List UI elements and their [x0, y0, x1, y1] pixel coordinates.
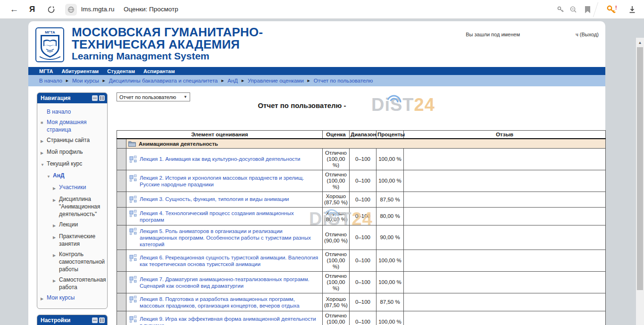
sidebar-item-my-courses[interactable]: ▶ Мои курсы: [41, 292, 105, 304]
collapse-block-icon[interactable]: [92, 95, 98, 101]
sidebar-item-practice[interactable]: ▶ Практические занятия: [53, 231, 105, 249]
grade-item-link[interactable]: Лекция 2. История и хронология массовых …: [140, 174, 319, 188]
sidebar-item-my-profile[interactable]: ▶ Мой профиль: [41, 147, 105, 158]
mgta-logo[interactable]: МГТА: [35, 27, 64, 62]
sidebar: Навигация В начало ■ Моя д: [37, 92, 108, 325]
percent-cell: 100,00 %: [376, 170, 404, 192]
logout-link[interactable]: ч (Выход): [576, 32, 599, 37]
toolbar-divider: [593, 2, 598, 17]
percent-cell: 90,00 %: [376, 225, 404, 250]
refresh-button[interactable]: [44, 0, 58, 19]
nav-item-aspirantam[interactable]: Аспирантам: [143, 68, 175, 74]
percent-cell: 80,00 %: [376, 208, 404, 225]
breadcrumb-user-report[interactable]: Отчет по пользователю: [314, 78, 373, 83]
expanded-icon: ▼: [41, 160, 47, 169]
page-search-icon[interactable]: [567, 0, 579, 19]
site-title-line2: ТЕХНИЧЕСКАЯ АКАДЕМИЯ: [72, 38, 263, 50]
grade-item-link[interactable]: Лекция 1. Анимация как вид культурно-дос…: [140, 155, 300, 162]
sidebar-item-current-course[interactable]: ▼ Текущий курс: [41, 158, 105, 170]
back-button[interactable]: ←: [8, 0, 21, 19]
globe-icon: [67, 6, 75, 13]
site-favicon: [65, 4, 77, 16]
breadcrumb-grade-admin[interactable]: Управление оценками: [248, 78, 304, 83]
report-type-select[interactable]: Отчет по пользователю ▼: [117, 92, 190, 101]
collapsed-icon: ▶: [53, 183, 59, 192]
lesson-icon: [129, 295, 137, 304]
sidebar-item-self-work[interactable]: ▶ Самостоятельная работа: [53, 275, 105, 292]
page-scrollbar[interactable]: ▲ ▼: [636, 38, 644, 325]
sidebar-item-site-pages[interactable]: ▶ Страницы сайта: [41, 135, 105, 147]
folder-icon: [128, 141, 136, 147]
indent-cell: [117, 192, 126, 208]
sidebar-item-and-course[interactable]: ▼ АнД: [47, 170, 105, 182]
grade-item-link[interactable]: Лекция 4. Технологический процесс создан…: [140, 209, 319, 223]
grade-value-cell: Отлично (100,00 %): [323, 250, 350, 272]
navigation-block-body: В начало ■ Моя домашняя страница ▶ Стран…: [37, 103, 107, 308]
grade-value-cell: Отлично (100,00 %): [323, 170, 350, 192]
wifi-arcs-icon: [386, 90, 402, 102]
grade-value-cell: Хорошо (80,00 %): [323, 208, 350, 225]
dock-block-icon[interactable]: [99, 95, 105, 101]
breadcrumb-disciplines[interactable]: Дисциплины бакалавриата и специалитета: [109, 78, 218, 83]
grade-item-link[interactable]: Лекция 8. Подготовка и разработка анимац…: [140, 295, 319, 309]
top-navbar: МГТА Абитуриентам Студентам Аспирантам: [28, 67, 605, 75]
nav-item-abiturientam[interactable]: Абитуриентам: [61, 68, 99, 74]
password-icon[interactable]: [554, 0, 567, 19]
lesson-icon: [129, 209, 137, 218]
feedback-cell: [404, 272, 606, 293]
breadcrumb-separator-icon: ►: [102, 78, 106, 83]
no-icon: [41, 108, 47, 116]
indent-cell: [117, 149, 126, 170]
breadcrumb-home[interactable]: В начало: [39, 78, 62, 83]
scrollbar-thumb[interactable]: [637, 47, 643, 290]
collapsed-icon: ▶: [41, 136, 47, 145]
range-cell: 0–100: [350, 208, 376, 225]
indent-cell: [117, 272, 126, 293]
address-page-title: Оценки: Просмотр: [124, 6, 178, 13]
grade-item-label-cell: Лекция 1. Анимация как вид культурно-дос…: [126, 149, 323, 170]
grade-item-link[interactable]: Лекция 3. Сущность, функция, типология и…: [140, 195, 289, 202]
sidebar-item-participants[interactable]: ▶ Участники: [53, 182, 105, 194]
sidebar-item-my-home[interactable]: ■ Моя домашняя страница: [41, 117, 105, 135]
download-button[interactable]: [626, 0, 639, 19]
scroll-up-icon[interactable]: ▲: [636, 39, 644, 46]
yandex-button[interactable]: Я: [25, 0, 39, 19]
range-cell: 0–100: [350, 250, 376, 272]
password-alert-button[interactable]: !: [605, 0, 619, 19]
sidebar-item-lectures[interactable]: ▶ Лекции: [53, 219, 105, 231]
grade-item-label-cell: Лекция 7. Драматургия анимационно-театра…: [126, 272, 323, 293]
sidebar-item-control[interactable]: ▶ Контроль самостоятельной работы: [53, 249, 105, 275]
grade-item-row: Лекция 4. Технологический процесс создан…: [117, 208, 606, 225]
feedback-cell: [404, 250, 606, 272]
sidebar-item-home[interactable]: В начало: [41, 107, 105, 117]
percent-cell: 100,00 %: [376, 149, 404, 170]
lesson-icon: [129, 254, 137, 262]
collapse-block-icon[interactable]: [92, 317, 98, 323]
range-cell: 0–100: [350, 170, 376, 192]
grade-item-link[interactable]: Лекция 7. Драматургия анимационно-театра…: [140, 275, 319, 289]
percent-cell: 100,00 %: [376, 250, 404, 272]
bookmark-icon[interactable]: [581, 0, 594, 19]
grade-item-link[interactable]: Лекция 6. Рекреационная сущность туристс…: [140, 254, 319, 267]
grade-item-label-cell: Лекция 9. Игра как эффективная форма ани…: [126, 311, 323, 325]
svg-text:МГТА: МГТА: [45, 30, 55, 34]
sidebar-item-discipline[interactable]: ▶ Дисциплина "Анимационная деятельность": [53, 194, 105, 219]
feedback-cell: [404, 208, 606, 225]
dock-block-icon[interactable]: [99, 317, 105, 323]
breadcrumb-course[interactable]: АнД: [227, 78, 238, 83]
address-url[interactable]: lms.mgta.ru: [81, 6, 115, 13]
collapsed-icon: ▶: [53, 195, 59, 218]
chevron-down-icon: ▼: [184, 95, 187, 99]
grade-item-link[interactable]: Лекция 9. Игра как эффективная форма ани…: [140, 315, 319, 325]
nav-item-studentam[interactable]: Студентам: [107, 68, 135, 74]
lesson-icon: [129, 155, 137, 164]
feedback-cell: [404, 149, 606, 170]
column-header-percent: Проценты: [376, 131, 404, 139]
settings-block-header: Настройки: [37, 315, 107, 325]
grade-item-label-cell: Лекция 6. Рекреационная сущность туристс…: [126, 250, 323, 272]
column-header-grade: Оценка: [323, 131, 350, 139]
breadcrumb-my-courses[interactable]: Мои курсы: [72, 78, 99, 83]
svg-text:!: !: [615, 5, 617, 10]
grade-item-link[interactable]: Лекция 5. Роль аниматоров в организации …: [140, 227, 319, 248]
nav-item-mgta[interactable]: МГТА: [39, 68, 53, 74]
